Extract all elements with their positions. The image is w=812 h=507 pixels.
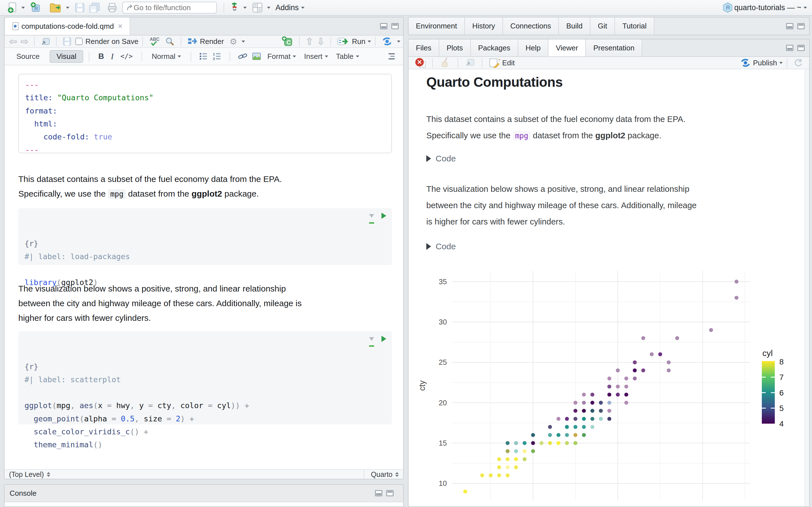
run-caret[interactable]: [368, 41, 371, 43]
minimize-console-icon[interactable]: [375, 490, 382, 496]
goto-file-search[interactable]: [122, 2, 217, 13]
find-replace-icon[interactable]: [165, 37, 174, 46]
code-fold-button-1[interactable]: Code: [426, 154, 456, 163]
insert-chunk-icon[interactable]: C: [282, 36, 293, 47]
version-control-icon[interactable]: [231, 2, 239, 13]
run-chunks-above-icon[interactable]: [369, 337, 374, 341]
image-icon[interactable]: [252, 52, 261, 60]
popout-editor-icon[interactable]: [41, 37, 50, 46]
goto-file-input[interactable]: [134, 3, 207, 12]
spellcheck-icon[interactable]: ABC: [149, 36, 160, 47]
outline-location-button[interactable]: (Top Level): [9, 470, 44, 478]
italic-button[interactable]: I: [111, 52, 114, 61]
yaml-metadata-block[interactable]: ---title: "Quarto Computations"format: h…: [18, 74, 392, 153]
go-next-chunk-icon[interactable]: ⇩: [317, 36, 325, 47]
open-file-icon[interactable]: [50, 3, 61, 13]
tab-build[interactable]: Build: [559, 17, 591, 35]
rerun-icon[interactable]: [382, 37, 393, 46]
addins-button[interactable]: Addins: [275, 3, 299, 12]
addins-caret[interactable]: [301, 7, 305, 9]
tab-files[interactable]: Files: [409, 40, 439, 56]
run-icon[interactable]: [337, 37, 350, 46]
go-prev-chunk-icon[interactable]: ⇧: [305, 36, 313, 47]
back-icon[interactable]: ⇦: [9, 36, 17, 47]
tab-packages[interactable]: Packages: [471, 40, 518, 56]
publish-button[interactable]: Publish: [753, 59, 777, 67]
numbered-list-icon[interactable]: 12: [213, 52, 221, 60]
editor-paragraph-2[interactable]: The visualization below shows a positive…: [18, 281, 302, 325]
render-options-caret[interactable]: [242, 41, 245, 43]
code-chunk-scatterplot[interactable]: {r}#| label: scatterplot ggplot(mpg, aes…: [18, 331, 392, 425]
bold-button[interactable]: B: [98, 52, 104, 61]
project-menu[interactable]: R quarto-tutorials — ~: [723, 2, 807, 13]
version-control-caret[interactable]: [243, 7, 247, 9]
gear-icon[interactable]: ⚙: [230, 37, 237, 47]
link-icon[interactable]: [238, 52, 248, 61]
run-chunk-icon[interactable]: [382, 213, 386, 219]
print-icon[interactable]: [107, 3, 117, 12]
token: ): [181, 414, 185, 423]
data-point: [607, 385, 611, 388]
tab-environment[interactable]: Environment: [409, 17, 465, 35]
visual-mode-button[interactable]: Visual: [50, 50, 83, 63]
data-point: [734, 280, 739, 284]
discard-viewer-icon[interactable]: ✕: [415, 58, 425, 68]
tab-git[interactable]: Git: [591, 17, 615, 35]
save-doc-icon[interactable]: [63, 37, 71, 46]
maximize-pane-icon[interactable]: [797, 45, 805, 51]
minimize-pane-icon[interactable]: [380, 23, 388, 29]
tab-connections[interactable]: Connections: [503, 17, 559, 35]
edit-button[interactable]: Edit: [489, 58, 515, 68]
token: (: [80, 414, 84, 423]
run-button[interactable]: Run: [352, 37, 365, 46]
forward-icon[interactable]: ⇨: [20, 36, 29, 47]
tab-viewer[interactable]: Viewer: [548, 40, 586, 56]
render-on-save-checkbox[interactable]: [75, 38, 83, 45]
insert-dropdown[interactable]: Insert: [304, 52, 328, 61]
tab-computations-code-fold[interactable]: computations-code-fold.qmd ×: [5, 17, 130, 35]
new-project-icon[interactable]: R: [30, 2, 41, 13]
new-file-icon[interactable]: [7, 2, 17, 13]
pane-layout-caret[interactable]: [267, 7, 270, 9]
render-button[interactable]: Render: [200, 37, 224, 46]
clear-viewer-icon[interactable]: [440, 57, 450, 68]
pane-layout-icon[interactable]: [252, 3, 262, 13]
publish-caret[interactable]: [779, 62, 783, 64]
maximize-console-icon[interactable]: [386, 490, 394, 496]
new-file-caret[interactable]: [21, 7, 25, 9]
minimize-pane-icon[interactable]: [786, 45, 794, 51]
refresh-icon[interactable]: [794, 58, 803, 68]
code-fold-button-2[interactable]: Code: [426, 242, 456, 251]
run-chunks-above-icon[interactable]: [369, 214, 374, 218]
doc-type-button[interactable]: Quarto: [371, 470, 393, 478]
source-mode-button[interactable]: Source: [10, 51, 46, 62]
render-icon[interactable]: [188, 37, 198, 46]
maximize-pane-icon[interactable]: [797, 23, 805, 29]
tab-plots[interactable]: Plots: [439, 40, 471, 56]
editor-paragraph-1[interactable]: This dataset contains a subset of the fu…: [18, 172, 282, 202]
paragraph-style-dropdown[interactable]: Normal: [152, 52, 181, 61]
run-chunk-icon[interactable]: [382, 336, 386, 342]
outline-toggle-icon[interactable]: [387, 53, 395, 60]
table-dropdown[interactable]: Table: [336, 52, 359, 61]
console-header[interactable]: Console: [4, 485, 403, 502]
text-line: This dataset contains a subset of the fu…: [18, 172, 282, 186]
maximize-pane-icon[interactable]: [391, 23, 399, 29]
close-tab-icon[interactable]: ×: [118, 22, 122, 31]
format-dropdown[interactable]: Format: [267, 52, 296, 61]
open-in-browser-icon[interactable]: [465, 58, 474, 68]
bullet-list-icon[interactable]: [199, 52, 208, 60]
rerun-caret[interactable]: [397, 41, 400, 43]
code-chunk-load-packages[interactable]: {r}#| label: load-packages library(ggplo…: [18, 208, 392, 265]
tab-tutorial[interactable]: Tutorial: [615, 17, 654, 35]
editor-document[interactable]: ---title: "Quarto Computations"format: h…: [4, 66, 403, 470]
tab-help[interactable]: Help: [518, 40, 548, 56]
save-icon[interactable]: [75, 3, 85, 12]
save-all-icon[interactable]: [89, 3, 100, 13]
tab-history[interactable]: History: [465, 17, 503, 35]
minimize-pane-icon[interactable]: [786, 23, 794, 29]
code-format-button[interactable]: </>: [120, 52, 133, 60]
open-file-caret[interactable]: [66, 7, 69, 9]
tab-presentation[interactable]: Presentation: [586, 40, 642, 56]
text-line: html:: [25, 117, 385, 130]
